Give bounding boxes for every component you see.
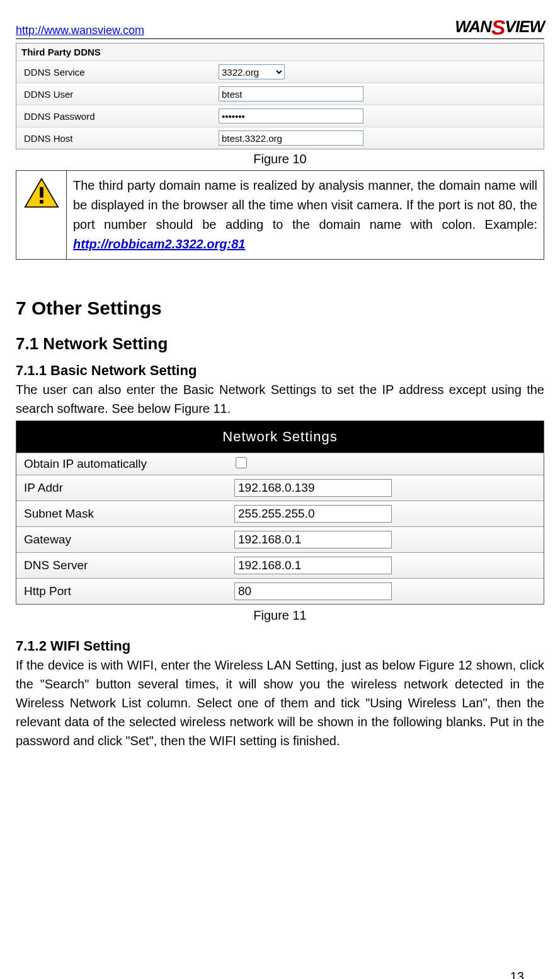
network-settings-panel: Network Settings Obtain IP automatically… bbox=[16, 420, 544, 605]
warning-icon-cell bbox=[16, 171, 67, 259]
gateway-input[interactable] bbox=[234, 531, 392, 548]
obtain-ip-row: Obtain IP automatically bbox=[16, 453, 544, 475]
subnet-mask-row: Subnet Mask bbox=[16, 501, 544, 526]
svg-rect-1 bbox=[40, 187, 43, 198]
ddns-panel-title: Third Party DDNS bbox=[16, 43, 544, 61]
brand-logo: WANSVIEW bbox=[455, 13, 544, 37]
ddns-user-input[interactable] bbox=[219, 86, 363, 101]
ddns-user-label: DDNS User bbox=[20, 89, 219, 100]
ip-addr-input[interactable] bbox=[234, 479, 392, 497]
site-url-link[interactable]: http://www.wansview.com bbox=[16, 24, 144, 37]
ddns-password-input[interactable] bbox=[219, 108, 363, 124]
ddns-password-label: DDNS Password bbox=[20, 111, 219, 122]
section-7-1-1-body: The user can also enter the Basic Networ… bbox=[16, 380, 544, 418]
dns-server-label: DNS Server bbox=[20, 559, 234, 572]
subnet-mask-input[interactable] bbox=[234, 505, 392, 523]
page-header: http://www.wansview.com WANSVIEW bbox=[16, 13, 544, 39]
http-port-input[interactable] bbox=[234, 582, 392, 600]
ddns-panel: Third Party DDNS DDNS Service 3322.org D… bbox=[16, 43, 544, 149]
subnet-mask-label: Subnet Mask bbox=[20, 507, 234, 521]
page-number: 13 bbox=[510, 970, 524, 979]
ddns-service-select[interactable]: 3322.org bbox=[219, 64, 285, 79]
ddns-host-row: DDNS Host bbox=[16, 127, 544, 149]
warning-triangle-icon bbox=[24, 177, 59, 209]
ddns-host-input[interactable] bbox=[219, 130, 363, 146]
warning-box: The third party domain name is realized … bbox=[16, 170, 544, 260]
network-settings-title: Network Settings bbox=[16, 421, 544, 453]
http-port-row: Http Port bbox=[16, 578, 544, 604]
dns-server-input[interactable] bbox=[234, 557, 392, 574]
logo-s-icon: S bbox=[491, 15, 505, 40]
ddns-service-row: DDNS Service 3322.org bbox=[16, 61, 544, 83]
example-url-link[interactable]: http://robbicam2.3322.org:81 bbox=[73, 237, 245, 251]
figure-10-caption: Figure 10 bbox=[16, 152, 544, 166]
gateway-row: Gateway bbox=[16, 526, 544, 552]
gateway-label: Gateway bbox=[20, 533, 234, 547]
section-7-1-2-heading: 7.1.2 WIFI Setting bbox=[16, 638, 544, 654]
obtain-ip-label: Obtain IP automatically bbox=[20, 457, 234, 471]
figure-11-caption: Figure 11 bbox=[16, 608, 544, 623]
ip-addr-row: IP Addr bbox=[16, 475, 544, 501]
ddns-user-row: DDNS User bbox=[16, 83, 544, 105]
svg-rect-2 bbox=[40, 200, 43, 204]
dns-server-row: DNS Server bbox=[16, 552, 544, 578]
section-7-heading: 7 Other Settings bbox=[16, 298, 544, 319]
http-port-label: Http Port bbox=[20, 584, 234, 598]
section-7-1-heading: 7.1 Network Setting bbox=[16, 334, 544, 354]
warning-text: The third party domain name is realized … bbox=[67, 171, 544, 259]
section-7-1-2-body: If the device is with WIFI, enter the Wi… bbox=[16, 656, 544, 750]
ddns-service-label: DDNS Service bbox=[20, 67, 219, 78]
ddns-host-label: DDNS Host bbox=[20, 133, 219, 144]
ip-addr-label: IP Addr bbox=[20, 481, 234, 495]
obtain-ip-checkbox[interactable] bbox=[236, 457, 247, 468]
section-7-1-1-heading: 7.1.1 Basic Network Setting bbox=[16, 362, 544, 379]
ddns-password-row: DDNS Password bbox=[16, 105, 544, 127]
